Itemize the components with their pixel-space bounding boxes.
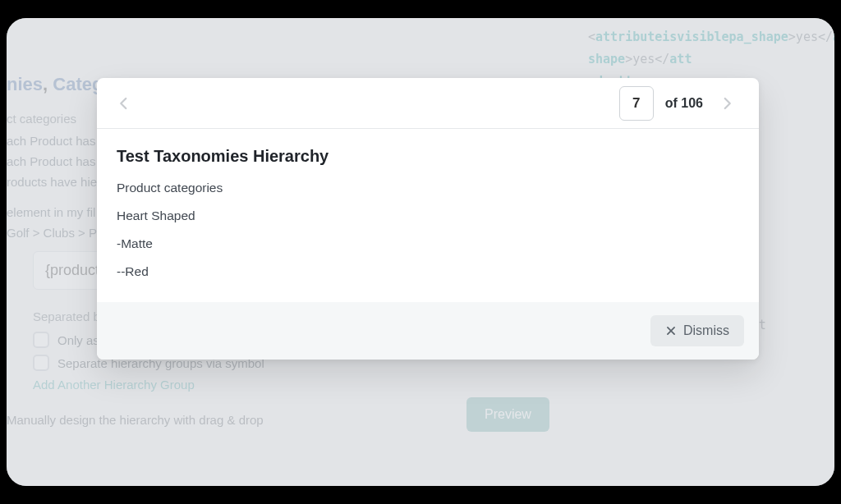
chevron-right-icon: [719, 93, 734, 114]
dismiss-button[interactable]: Dismiss: [650, 315, 744, 346]
modal-title: Test Taxonomies Hierarchy: [117, 147, 739, 166]
pager: of 106: [619, 86, 739, 121]
chevron-left-icon: [117, 93, 131, 114]
taxonomy-line: --Red: [117, 264, 739, 279]
taxonomy-line: -Matte: [117, 236, 739, 251]
modal-body: Test Taxonomies Hierarchy Product catego…: [97, 129, 759, 302]
modal-header: of 106: [97, 78, 759, 129]
taxonomy-preview-modal: of 106 Test Taxonomies Hierarchy Product…: [97, 78, 759, 360]
prev-page-button[interactable]: [112, 91, 136, 116]
taxonomy-line: Heart Shaped: [117, 208, 739, 223]
next-page-button[interactable]: [715, 91, 739, 116]
dismiss-label: Dismiss: [683, 323, 729, 338]
page-number-input[interactable]: [619, 86, 654, 121]
modal-footer: Dismiss: [97, 302, 759, 360]
page-total-label: of 106: [665, 96, 703, 111]
close-icon: [665, 325, 677, 337]
app-viewport: nies, Categor ct categories ach Product …: [7, 18, 834, 486]
taxonomy-line: Product categories: [117, 181, 739, 195]
